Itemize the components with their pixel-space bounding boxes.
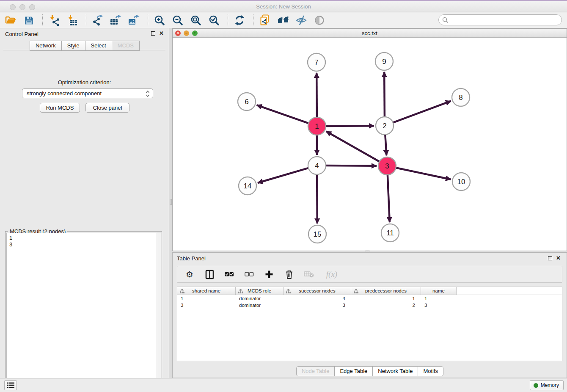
table-float-icon[interactable]: [548, 256, 552, 260]
network-view-window: ✕ − + scc.txt 1234678910111415: [172, 28, 567, 251]
edge-4-3[interactable]: [326, 166, 377, 166]
zoom-out-icon[interactable]: [171, 14, 184, 27]
node-2[interactable]: 2: [376, 117, 394, 135]
tab-network-table[interactable]: Network Table: [372, 366, 418, 376]
search-input[interactable]: [451, 16, 559, 24]
apply-layout-icon[interactable]: [233, 14, 246, 27]
column-header-shared-name[interactable]: shared name: [177, 287, 236, 295]
node-7[interactable]: 7: [308, 53, 325, 71]
save-session-icon[interactable]: [22, 14, 35, 27]
edge-2-3[interactable]: [385, 135, 386, 155]
table-cell[interactable]: 1: [351, 295, 421, 302]
node-6[interactable]: 6: [238, 93, 256, 110]
tab-network[interactable]: Network: [30, 41, 62, 51]
edge-1-6[interactable]: [257, 105, 309, 123]
add-row-icon[interactable]: [264, 268, 275, 280]
node-1[interactable]: 1: [308, 117, 326, 135]
network-canvas[interactable]: 1234678910111415: [173, 38, 567, 251]
search-field[interactable]: [438, 14, 562, 25]
mcds-result-textarea[interactable]: 13: [6, 233, 161, 390]
node-label: 7: [314, 58, 318, 66]
panel-divider-grip[interactable]: [170, 199, 172, 205]
column-header-predecessor-nodes[interactable]: predecessor nodes: [351, 287, 421, 295]
show-columns-icon[interactable]: [204, 268, 215, 280]
edge-2-9[interactable]: [384, 72, 385, 117]
column-header-successor-nodes[interactable]: successor nodes: [284, 287, 351, 295]
tab-mcds[interactable]: MCDS: [112, 41, 140, 51]
table-cell[interactable]: 4: [284, 295, 351, 302]
tab-select[interactable]: Select: [85, 41, 112, 51]
edge-3-10[interactable]: [396, 168, 451, 179]
import-table-icon[interactable]: [66, 14, 79, 27]
delete-row-icon[interactable]: [284, 268, 295, 280]
edge-3-1[interactable]: [326, 131, 380, 161]
table-cell[interactable]: dominator: [236, 295, 284, 302]
import-network-icon[interactable]: [48, 14, 61, 27]
table-cell[interactable]: 1: [421, 295, 457, 302]
node-15[interactable]: 15: [308, 225, 326, 243]
run-mcds-button[interactable]: Run MCDS: [40, 103, 80, 113]
table-toolbar: ⚙ f(x): [177, 266, 562, 283]
close-panel-icon[interactable]: ✕: [159, 30, 164, 37]
column-header-name[interactable]: name: [421, 287, 457, 295]
float-panel-icon[interactable]: [151, 31, 155, 36]
app-titlebar: Session: New Session: [0, 0, 567, 11]
table-row[interactable]: 1dominator411: [177, 295, 562, 302]
table-cell[interactable]: 2: [351, 302, 421, 309]
node-11[interactable]: 11: [381, 224, 399, 242]
delete-column-icon[interactable]: [303, 268, 314, 280]
edge-1-7[interactable]: [317, 73, 317, 117]
toolbar-separator: [253, 14, 253, 26]
edge-3-11[interactable]: [388, 175, 390, 222]
edge-1-2[interactable]: [326, 126, 374, 126]
optimization-criterion-select[interactable]: strongly connected component: [22, 88, 153, 98]
table-row[interactable]: 3dominator323: [177, 302, 562, 309]
node-8[interactable]: 8: [452, 88, 470, 106]
table-cell[interactable]: 3: [421, 302, 457, 309]
task-history-button[interactable]: [4, 380, 17, 390]
column-header-label: shared name: [192, 288, 220, 293]
tab-style[interactable]: Style: [61, 41, 85, 51]
table-cell[interactable]: 3: [177, 302, 236, 309]
network-overview-icon[interactable]: [313, 14, 326, 27]
network-window-titlebar[interactable]: ✕ − + scc.txt: [173, 29, 567, 38]
clone-network-icon[interactable]: [259, 14, 271, 27]
node-10[interactable]: 10: [452, 173, 470, 190]
close-panel-button[interactable]: Close panel: [85, 103, 129, 113]
table-close-icon[interactable]: ✕: [556, 255, 561, 262]
apply-function-icon[interactable]: f(x): [323, 268, 340, 280]
select-all-icon[interactable]: [224, 268, 235, 280]
node-14[interactable]: 14: [239, 177, 256, 195]
search-icon: [442, 17, 449, 23]
tab-node-table[interactable]: Node Table: [296, 366, 335, 376]
memory-button[interactable]: Memory: [530, 380, 564, 390]
export-image-icon[interactable]: [128, 14, 140, 27]
zoom-in-icon[interactable]: [153, 14, 166, 27]
zoom-selected-icon[interactable]: [208, 14, 220, 27]
home-icon[interactable]: [277, 14, 289, 27]
table-cell[interactable]: 1: [177, 295, 236, 302]
table-cell[interactable]: 3: [284, 302, 351, 309]
node-9[interactable]: 9: [375, 52, 393, 70]
toolbar-separator: [228, 14, 228, 26]
result-scrollbar[interactable]: [157, 233, 161, 390]
tab-motifs[interactable]: Motifs: [418, 366, 443, 376]
mcds-result-group: MCDS result (2 nodes) 13: [5, 231, 162, 392]
export-table-icon[interactable]: [110, 14, 122, 27]
open-file-icon[interactable]: [4, 14, 17, 27]
table-cell[interactable]: dominator: [236, 302, 284, 309]
clear-selection-icon[interactable]: [244, 268, 255, 280]
table-options-icon[interactable]: ⚙: [184, 268, 195, 280]
toggle-graphics-details-icon[interactable]: [295, 14, 308, 27]
node-3[interactable]: 3: [378, 157, 396, 175]
edge-4-15[interactable]: [317, 174, 317, 224]
column-header-MCDS-role[interactable]: MCDS role: [236, 287, 284, 295]
edge-4-14[interactable]: [258, 168, 308, 183]
zoom-fit-icon[interactable]: [190, 14, 202, 27]
network-graph[interactable]: 1234678910111415: [173, 38, 567, 251]
tab-edge-table[interactable]: Edge Table: [334, 366, 373, 376]
export-network-icon[interactable]: [91, 14, 104, 27]
edge-2-8[interactable]: [393, 101, 451, 123]
node-label: 8: [459, 94, 462, 102]
node-4[interactable]: 4: [308, 157, 326, 174]
